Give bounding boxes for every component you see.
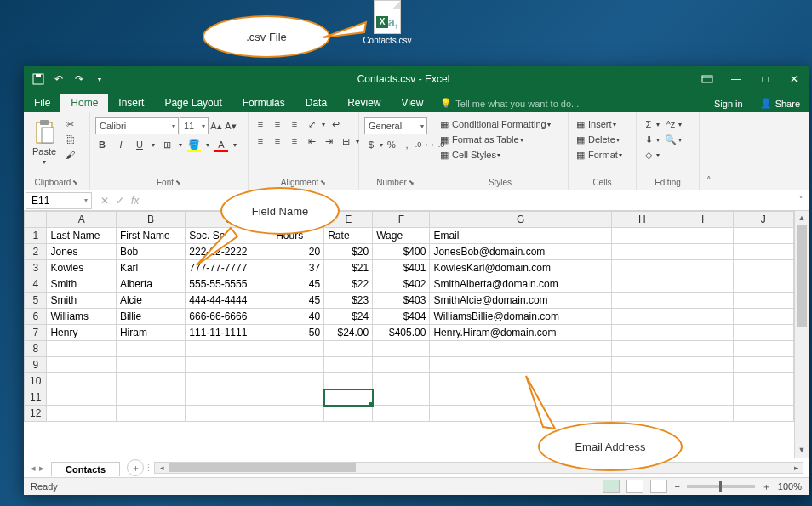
cell-C7[interactable]: 111-11-1111 (186, 325, 272, 341)
orientation-icon[interactable]: ⤢ (305, 117, 318, 131)
zoom-in-icon[interactable]: ＋ (762, 480, 771, 493)
cell-I6[interactable] (672, 309, 733, 325)
cell-H11[interactable] (612, 389, 672, 406)
horizontal-scrollbar[interactable]: ◂ ▸ (154, 462, 803, 474)
cell-I8[interactable] (672, 341, 733, 357)
cell-C4[interactable]: 555-55-5555 (186, 276, 272, 293)
row-header-10[interactable]: 10 (25, 373, 47, 389)
cell-C11[interactable] (186, 389, 272, 406)
cell-F3[interactable]: $401 (373, 260, 430, 276)
align-right-icon[interactable]: ≡ (288, 134, 301, 148)
cell-I9[interactable] (672, 357, 733, 373)
save-icon[interactable] (29, 70, 48, 88)
scroll-up-icon[interactable]: ▲ (795, 211, 809, 225)
cell-G6[interactable]: WilliamsBillie@domain.com (430, 309, 612, 325)
cell-G1[interactable]: Email (430, 228, 612, 244)
grow-font-icon[interactable]: A▴ (209, 119, 223, 133)
redo-icon[interactable]: ↷ (70, 70, 89, 88)
ribbon-display-icon[interactable] (693, 66, 722, 92)
expand-formula-bar-icon[interactable]: ˅ (793, 195, 809, 207)
cell-I11[interactable] (672, 389, 733, 406)
fx-icon[interactable]: fx (131, 195, 139, 207)
tab-pagelayout[interactable]: Page Layout (154, 94, 232, 112)
format-painter-icon[interactable]: 🖌 (63, 148, 77, 162)
cell-A10[interactable] (47, 373, 116, 389)
select-all-corner[interactable] (25, 212, 47, 228)
cell-A11[interactable] (47, 389, 116, 406)
row-header-6[interactable]: 6 (25, 309, 47, 325)
vertical-scrollbar[interactable]: ▲ ▼ (794, 211, 809, 458)
cell-A3[interactable]: Kowles (47, 260, 116, 276)
fill-color-icon[interactable]: 🪣 (187, 138, 201, 151)
row-header-3[interactable]: 3 (25, 260, 47, 276)
cell-A12[interactable] (47, 406, 116, 422)
tab-data[interactable]: Data (295, 94, 337, 112)
cell-D11[interactable] (272, 389, 324, 406)
cell-A9[interactable] (47, 357, 116, 373)
cell-F9[interactable] (373, 357, 430, 373)
cells-delete-button[interactable]: ▦Delete▾ (574, 133, 620, 146)
font-color-icon[interactable]: A (214, 138, 228, 151)
enter-formula-icon[interactable]: ✓ (116, 195, 124, 207)
sort-filter-icon[interactable]: ᴬz (664, 117, 678, 131)
undo-icon[interactable]: ↶ (49, 70, 68, 88)
cell-F10[interactable] (373, 373, 430, 389)
cell-A4[interactable]: Smith (47, 276, 116, 293)
cell-E10[interactable] (324, 373, 373, 389)
conditional-formatting-button[interactable]: ▦Conditional Formatting▾ (437, 117, 551, 131)
cell-A1[interactable]: Last Name (47, 228, 116, 244)
cell-F12[interactable] (373, 406, 430, 422)
cell-B9[interactable] (116, 357, 185, 373)
cell-F6[interactable]: $404 (373, 309, 430, 325)
percent-icon[interactable]: % (385, 138, 398, 151)
sheet-nav-prev-icon[interactable]: ◂ (31, 463, 36, 474)
cell-G7[interactable]: Henry.Hiram@domain.com (430, 325, 612, 341)
row-header-4[interactable]: 4 (25, 276, 47, 293)
cancel-formula-icon[interactable]: ✕ (100, 195, 109, 207)
col-header-H[interactable]: H (612, 212, 672, 228)
normal-view-icon[interactable] (603, 480, 620, 493)
cell-D4[interactable]: 45 (272, 276, 324, 293)
cell-B4[interactable]: Alberta (116, 276, 185, 293)
cell-styles-button[interactable]: ▦Cell Styles▾ (437, 148, 500, 162)
cell-E12[interactable] (324, 406, 373, 422)
cell-C8[interactable] (186, 341, 272, 357)
italic-icon[interactable]: I (114, 138, 128, 151)
cells-format-button[interactable]: ▦Format▾ (574, 148, 622, 162)
cell-E11[interactable] (324, 389, 373, 406)
cell-H7[interactable] (612, 325, 672, 341)
cell-F4[interactable]: $402 (373, 276, 430, 293)
row-header-11[interactable]: 11 (25, 389, 47, 406)
row-header-8[interactable]: 8 (25, 341, 47, 357)
cell-J9[interactable] (733, 357, 793, 373)
clear-icon[interactable]: ◇ (642, 148, 655, 162)
cell-E7[interactable]: $24.00 (324, 325, 373, 341)
cell-G8[interactable] (430, 341, 612, 357)
cell-B8[interactable] (116, 341, 185, 357)
tab-file[interactable]: File (24, 94, 60, 112)
increase-decimal-icon[interactable]: .0→ (415, 138, 429, 151)
cell-D3[interactable]: 37 (272, 260, 324, 276)
fill-icon[interactable]: ⬇ (642, 133, 655, 146)
page-layout-view-icon[interactable] (626, 480, 643, 493)
cell-D2[interactable]: 20 (272, 244, 324, 260)
cell-B3[interactable]: Karl (116, 260, 185, 276)
tab-view[interactable]: View (392, 94, 434, 112)
cell-J2[interactable] (733, 244, 793, 260)
hscroll-thumb[interactable] (169, 463, 356, 472)
cell-F8[interactable] (373, 341, 430, 357)
tab-home[interactable]: Home (60, 94, 108, 112)
cell-H12[interactable] (612, 406, 672, 422)
cell-A6[interactable]: Williams (47, 309, 116, 325)
cell-J3[interactable] (733, 260, 793, 276)
cell-H10[interactable] (612, 373, 672, 389)
cell-B11[interactable] (116, 389, 185, 406)
cell-C6[interactable]: 666-66-6666 (186, 309, 272, 325)
number-format-select[interactable]: General (364, 117, 427, 134)
cell-D7[interactable]: 50 (272, 325, 324, 341)
underline-icon[interactable]: U (133, 138, 146, 151)
cell-A5[interactable]: Smith (47, 293, 116, 309)
cell-G11[interactable] (430, 389, 612, 406)
cell-A7[interactable]: Henry (47, 325, 116, 341)
maximize-icon[interactable]: □ (751, 66, 780, 92)
